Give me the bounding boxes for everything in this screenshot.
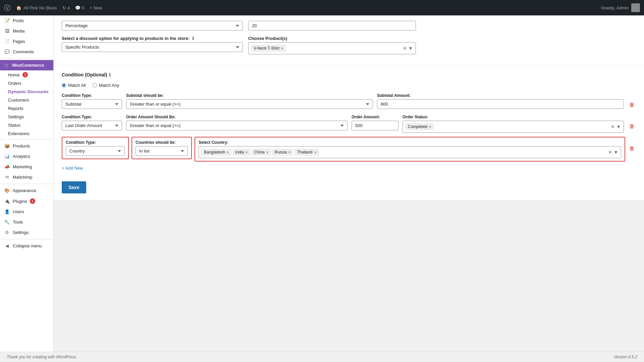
sidebar-item-users[interactable]: 👤 Users [0, 206, 53, 217]
products-dropdown-arrow[interactable]: ▼ [408, 46, 413, 51]
condition-row-2: Condition Type: Last Order Amount Order … [62, 115, 636, 133]
delete-row-3-button[interactable]: 🗑 [628, 143, 636, 154]
order-status-label: Order Status: [402, 115, 624, 119]
country-tag-thailand: Thailand ✕ [294, 149, 319, 156]
sidebar-item-customers[interactable]: Customers [4, 96, 53, 104]
remove-bangladesh-tag[interactable]: ✕ [226, 150, 229, 154]
delete-row-2-button[interactable]: 🗑 [628, 121, 636, 132]
select-country-input[interactable]: Bangladesh ✕ India ✕ China ✕ Russia [199, 146, 621, 158]
sidebar-item-plugins[interactable]: 🔌 Plugins 4 [0, 196, 53, 206]
remove-thailand-tag[interactable]: ✕ [314, 150, 317, 154]
country-dropdown-arrow[interactable]: ▼ [613, 149, 618, 155]
country-tag-india: India ✕ [233, 149, 250, 156]
choose-products-label: Choose Product(s) [248, 36, 416, 41]
match-any-radio-label[interactable]: Match Any [93, 83, 119, 88]
remove-vneck-tag[interactable]: ✕ [281, 47, 283, 50]
order-amount-input[interactable] [352, 121, 398, 130]
sidebar-item-settings-main[interactable]: ⚙ Settings [0, 227, 53, 238]
condition-type-group-1: Condition Type: Subtotal [62, 93, 122, 109]
sidebar: 📝 Posts 🖼 Media 📄 Pages 💬 Comments 🛒 Woo… [0, 15, 54, 352]
subtotal-should-be-label: Subtotal should be: [126, 93, 373, 98]
woocommerce-header[interactable]: 🛒 WooCommerce [0, 60, 53, 70]
tools-icon: 🔧 [4, 220, 10, 225]
clear-country-button[interactable]: ✕ [608, 149, 612, 155]
top-form-section: Percentage Select a discount option for … [54, 15, 644, 65]
countries-should-be-select[interactable]: In list [136, 146, 188, 156]
sidebar-item-analytics[interactable]: 📊 Analytics [0, 151, 53, 162]
sidebar-item-collapse[interactable]: ◀ Collapse menu [0, 241, 53, 251]
sidebar-item-home[interactable]: Home 3 [4, 70, 53, 79]
comments-item[interactable]: 💬 0 [75, 5, 84, 10]
match-all-radio-label[interactable]: Match All [62, 83, 86, 88]
sidebar-item-posts[interactable]: 📝 Posts [0, 15, 53, 26]
order-amount-should-be-group: Order Amount Should Be: Greater than or … [126, 115, 347, 130]
new-item[interactable]: + New [90, 5, 102, 10]
sidebar-item-pages[interactable]: 📄 Pages [0, 36, 53, 47]
choose-products-input[interactable]: V-Neck T-Shirt ✕ ✕ ▼ [248, 42, 416, 54]
comments-menu-icon: 💬 [4, 49, 10, 54]
sidebar-item-status[interactable]: Status [4, 121, 53, 129]
delete-row-1-button[interactable]: 🗑 [628, 99, 636, 111]
condition-info-icon[interactable]: ℹ [109, 72, 111, 77]
subtotal-amount-group: Subtotal Amount: [377, 93, 624, 109]
footer-credit: Thank you for creating with WordPress. [7, 355, 77, 359]
order-status-input[interactable]: Completed ✕ ✕ ▼ [402, 121, 624, 133]
sidebar-item-marketing[interactable]: 📣 Marketing [0, 162, 53, 172]
main-content: Percentage Select a discount option for … [54, 15, 644, 352]
condition-type-select-2[interactable]: Last Order Amount [62, 121, 122, 130]
media-icon: 🖼 [4, 28, 10, 34]
add-new-button[interactable]: + Add New [62, 166, 636, 171]
updates-item[interactable]: ↻ 4 [62, 5, 70, 10]
condition-type-select-3[interactable]: Country [66, 146, 125, 156]
subtotal-should-be-select[interactable]: Greater than or equal (>=) [126, 99, 373, 109]
home-icon: 🏠 [16, 5, 21, 10]
footer: Thank you for creating with WordPress. V… [0, 352, 644, 362]
save-button[interactable]: Save [62, 181, 86, 193]
sidebar-item-mailchimp[interactable]: ✉ Mailchimp [0, 172, 53, 182]
sidebar-item-extensions[interactable]: Extensions [4, 129, 53, 138]
sidebar-item-media[interactable]: 🖼 Media [0, 26, 53, 36]
woo-submenu: Home 3 Orders Dynamic Discounts Customer… [0, 70, 53, 138]
match-all-radio[interactable] [62, 83, 66, 87]
condition-type-select-1[interactable]: Subtotal [62, 99, 122, 109]
order-status-tag: Completed ✕ [406, 123, 434, 130]
sidebar-item-reports[interactable]: Reports [4, 104, 53, 113]
select-country-group-highlighted: Select Country: Bangladesh ✕ India ✕ Chi… [195, 137, 625, 162]
sidebar-item-settings[interactable]: Settings [4, 113, 53, 121]
remove-status-tag[interactable]: ✕ [429, 125, 431, 129]
discount-type-select[interactable]: Percentage [62, 21, 243, 31]
plugins-badge: 4 [30, 198, 35, 204]
mailchimp-icon: ✉ [4, 175, 10, 180]
match-any-radio[interactable] [93, 83, 97, 87]
pages-icon: 📄 [4, 39, 10, 44]
country-tag-bangladesh: Bangladesh ✕ [202, 149, 231, 156]
admin-bar: Ⓥ 🏠 All Pink No Blues ↻ 4 💬 0 + New Howd… [0, 0, 644, 15]
sidebar-item-orders[interactable]: Orders [4, 79, 53, 87]
sidebar-item-products[interactable]: 📦 Products [0, 141, 53, 151]
apply-products-select[interactable]: Specific Products [62, 42, 243, 52]
sidebar-item-comments[interactable]: 💬 Comments [0, 47, 53, 57]
marketing-icon: 📣 [4, 164, 10, 169]
users-icon: 👤 [4, 209, 10, 214]
updates-icon: ↻ [62, 5, 66, 10]
discount-amount-input[interactable] [248, 21, 416, 31]
remove-russia-tag[interactable]: ✕ [288, 150, 291, 154]
remove-china-tag[interactable]: ✕ [266, 150, 269, 154]
sidebar-item-tools[interactable]: 🔧 Tools [0, 217, 53, 227]
settings-icon: ⚙ [4, 230, 10, 235]
condition-type-group-3-highlighted: Condition Type: Country [62, 137, 129, 159]
remove-india-tag[interactable]: ✕ [245, 150, 248, 154]
wp-logo-icon: Ⓥ [4, 3, 11, 12]
sidebar-item-appearance[interactable]: 🎨 Appearance [0, 185, 53, 196]
subtotal-amount-input[interactable] [377, 99, 624, 109]
subtotal-should-be-group: Subtotal should be: Greater than or equa… [126, 93, 373, 109]
order-amount-should-be-select[interactable]: Greater than or equal (>=) [126, 121, 347, 130]
status-dropdown-arrow[interactable]: ▼ [616, 124, 621, 129]
site-name[interactable]: 🏠 All Pink No Blues [16, 5, 57, 10]
sidebar-item-dynamic-discounts[interactable]: Dynamic Discounts [4, 87, 53, 96]
products-icon: 📦 [4, 143, 10, 148]
clear-status-button[interactable]: ✕ [611, 124, 615, 129]
match-radio-group: Match All Match Any [62, 83, 636, 88]
clear-products-button[interactable]: ✕ [403, 46, 407, 51]
posts-icon: 📝 [4, 18, 10, 23]
